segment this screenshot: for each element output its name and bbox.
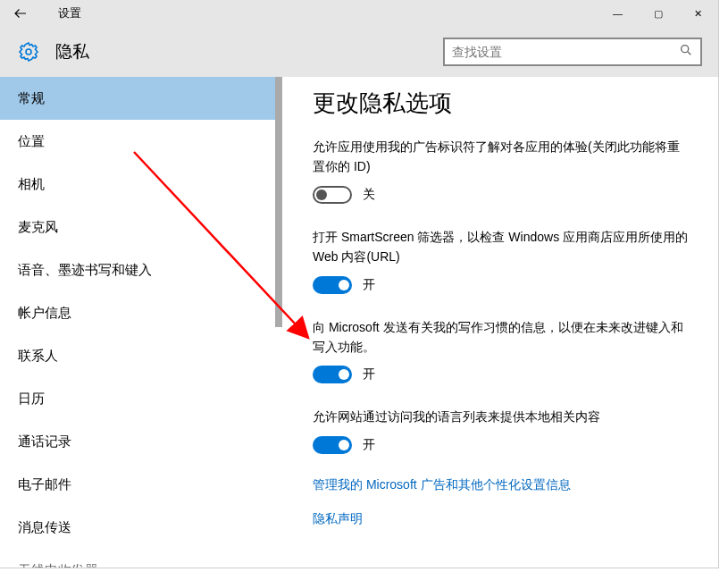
svg-point-0 (26, 49, 31, 55)
content-heading: 更改隐私选项 (313, 88, 691, 119)
sidebar-item-camera[interactable]: 相机 (0, 163, 282, 206)
gear-icon (18, 41, 39, 63)
page-title: 隐私 (55, 40, 89, 63)
link-privacy-statement[interactable]: 隐私声明 (313, 511, 691, 527)
sidebar-item-account[interactable]: 帐户信息 (0, 291, 282, 334)
toggle-language-list[interactable] (313, 436, 352, 454)
minimize-button[interactable]: — (598, 0, 638, 27)
sidebar-item-calendar[interactable]: 日历 (0, 377, 282, 420)
toggle-label: 开 (363, 366, 375, 383)
sidebar-item-radios[interactable]: 无线电收发器 (0, 549, 282, 568)
sidebar-item-location[interactable]: 位置 (0, 120, 282, 163)
close-button[interactable]: ✕ (678, 0, 718, 27)
link-manage-ads[interactable]: 管理我的 Microsoft 广告和其他个性化设置信息 (313, 477, 691, 493)
search-box[interactable] (443, 38, 702, 66)
sidebar-item-contacts[interactable]: 联系人 (0, 334, 282, 377)
toggle-ad-id[interactable] (313, 186, 352, 204)
search-input[interactable] (452, 45, 679, 59)
option-desc: 允许应用使用我的广告标识符了解对各应用的体验(关闭此功能将重置你的 ID) (313, 137, 691, 177)
option-desc: 允许网站通过访问我的语言列表来提供本地相关内容 (313, 407, 691, 426)
option-desc: 向 Microsoft 发送有关我的写作习惯的信息，以便在未来改进键入和写入功能… (313, 317, 691, 358)
sidebar-item-email[interactable]: 电子邮件 (0, 463, 282, 506)
scrollbar-thumb[interactable] (275, 77, 282, 327)
svg-point-1 (682, 46, 689, 53)
option-desc: 打开 SmartScreen 筛选器，以检查 Windows 应用商店应用所使用… (313, 227, 691, 267)
sidebar-item-general[interactable]: 常规 (0, 77, 282, 120)
toggle-writing-info[interactable] (313, 366, 352, 383)
back-button[interactable] (0, 0, 40, 27)
maximize-button[interactable]: ▢ (638, 0, 678, 27)
content-pane: 更改隐私选项 允许应用使用我的广告标识符了解对各应用的体验(关闭此功能将重置你的… (282, 77, 718, 568)
toggle-smartscreen[interactable] (313, 276, 352, 294)
sidebar: 常规 位置 相机 麦克风 语音、墨迹书写和键入 帐户信息 联系人 日历 通话记录… (0, 77, 282, 568)
sidebar-item-messaging[interactable]: 消息传送 (0, 506, 282, 549)
toggle-label: 开 (363, 437, 375, 453)
toggle-label: 开 (363, 277, 375, 293)
toggle-label: 关 (363, 187, 375, 203)
sidebar-item-microphone[interactable]: 麦克风 (0, 206, 282, 248)
sidebar-item-speech[interactable]: 语音、墨迹书写和键入 (0, 248, 282, 291)
sidebar-item-callhistory[interactable]: 通话记录 (0, 420, 282, 463)
window-title: 设置 (58, 5, 81, 21)
search-icon (679, 43, 693, 61)
sidebar-scrollbar[interactable] (275, 77, 282, 568)
